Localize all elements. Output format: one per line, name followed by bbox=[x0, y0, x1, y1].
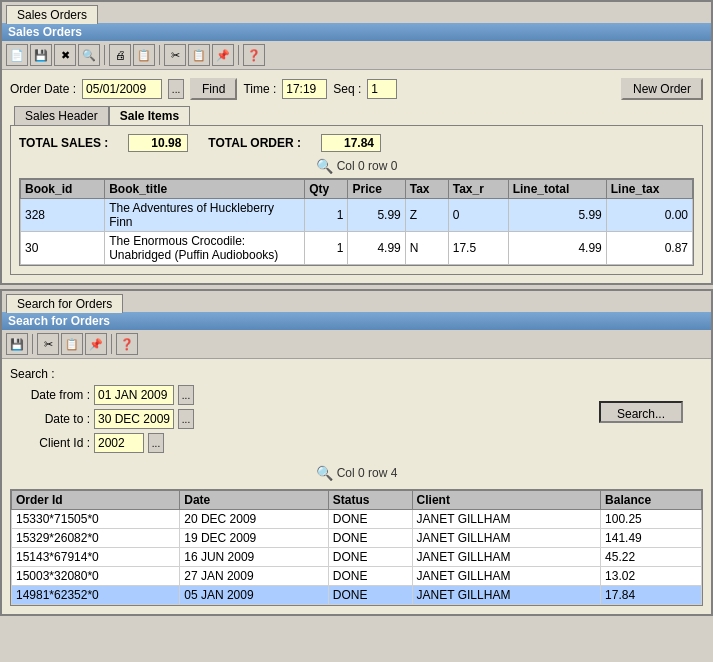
list-item[interactable]: 15330*71505*0 20 DEC 2009 DONE JANET GIL… bbox=[12, 510, 702, 529]
search-orders-toolbar: 💾 ✂ 📋 📌 ❓ bbox=[2, 330, 711, 359]
search-orders-panel-header: Search for Orders bbox=[2, 312, 711, 330]
toolbar-print-btn[interactable]: 🖨 bbox=[109, 44, 131, 66]
toolbar-save-btn[interactable]: 💾 bbox=[30, 44, 52, 66]
list-item[interactable]: 15329*26082*0 19 DEC 2009 DONE JANET GIL… bbox=[12, 529, 702, 548]
total-sales-value: 10.98 bbox=[128, 134, 188, 152]
col-line-tax: Line_tax bbox=[606, 180, 692, 199]
toolbar-paste-btn[interactable]: 📌 bbox=[212, 44, 234, 66]
cell-book-title: The Adventures of Huckleberry Finn bbox=[105, 199, 305, 232]
new-order-button[interactable]: New Order bbox=[621, 78, 703, 100]
sales-orders-body: Order Date : ... Find Time : Seq : New O… bbox=[2, 70, 711, 283]
inner-tab-bar: Sales Header Sale Items bbox=[10, 106, 703, 125]
cell-qty: 1 bbox=[305, 232, 348, 265]
tab-sales-header[interactable]: Sales Header bbox=[14, 106, 109, 125]
date-to-row: Date to : ... bbox=[20, 409, 579, 429]
total-order-value: 17.84 bbox=[321, 134, 381, 152]
cell-date: 19 DEC 2009 bbox=[180, 529, 329, 548]
toolbar-help-btn[interactable]: ❓ bbox=[243, 44, 265, 66]
cell-order-id: 15143*67914*0 bbox=[12, 548, 180, 567]
cell-line-total: 4.99 bbox=[508, 232, 606, 265]
cell-order-id: 15329*26082*0 bbox=[12, 529, 180, 548]
toolbar-new-btn[interactable]: 📄 bbox=[6, 44, 28, 66]
table-row[interactable]: 328 The Adventures of Huckleberry Finn 1… bbox=[21, 199, 693, 232]
cell-client: JANET GILLHAM bbox=[412, 586, 600, 605]
search-toolbar-help-btn[interactable]: ❓ bbox=[116, 333, 138, 355]
cell-tax-r: 0 bbox=[448, 199, 508, 232]
order-date-input[interactable] bbox=[82, 79, 162, 99]
time-input[interactable] bbox=[282, 79, 327, 99]
search-toolbar-sep bbox=[32, 334, 33, 354]
search-orders-window: Search for Orders Search for Orders 💾 ✂ … bbox=[0, 289, 713, 616]
toolbar-search-btn[interactable]: 🔍 bbox=[78, 44, 100, 66]
cell-status: DONE bbox=[328, 586, 412, 605]
date-from-browse-btn[interactable]: ... bbox=[178, 385, 194, 405]
tab-sale-items[interactable]: Sale Items bbox=[109, 106, 190, 125]
cell-status: DONE bbox=[328, 529, 412, 548]
search-toolbar-cut-btn[interactable]: ✂ bbox=[37, 333, 59, 355]
cell-client: JANET GILLHAM bbox=[412, 529, 600, 548]
cell-order-id: 14981*62352*0 bbox=[12, 586, 180, 605]
search-orders-body: Search : Date from : ... Date to : ... C… bbox=[2, 359, 711, 614]
cell-client: JANET GILLHAM bbox=[412, 567, 600, 586]
order-form-row: Order Date : ... Find Time : Seq : New O… bbox=[10, 78, 703, 100]
table-row[interactable]: 30 The Enormous Crocodile: Unabridged (P… bbox=[21, 232, 693, 265]
cell-status: DONE bbox=[328, 567, 412, 586]
cell-client: JANET GILLHAM bbox=[412, 510, 600, 529]
cell-date: 27 JAN 2009 bbox=[180, 567, 329, 586]
client-id-browse-btn[interactable]: ... bbox=[148, 433, 164, 453]
col-qty: Qty bbox=[305, 180, 348, 199]
search-toolbar-save-btn[interactable]: 💾 bbox=[6, 333, 28, 355]
search-form-container: Search : Date from : ... Date to : ... C… bbox=[10, 367, 579, 457]
search-toolbar-copy-btn[interactable]: 📋 bbox=[61, 333, 83, 355]
sale-items-tab-content: TOTAL SALES : 10.98 TOTAL ORDER : 17.84 … bbox=[10, 125, 703, 275]
toolbar-separator-2 bbox=[159, 45, 160, 65]
client-id-row: Client Id : ... bbox=[20, 433, 579, 453]
toolbar-separator-1 bbox=[104, 45, 105, 65]
date-from-input[interactable] bbox=[94, 385, 174, 405]
toolbar-cut-btn[interactable]: ✂ bbox=[164, 44, 186, 66]
order-date-label: Order Date : bbox=[10, 82, 76, 96]
list-item[interactable]: 15143*67914*0 16 JUN 2009 DONE JANET GIL… bbox=[12, 548, 702, 567]
sales-orders-window-tab[interactable]: Sales Orders bbox=[6, 5, 98, 24]
toolbar-separator-3 bbox=[238, 45, 239, 65]
search-button[interactable]: Search... bbox=[599, 401, 683, 423]
search-magnifier-icon: 🔍 bbox=[316, 465, 333, 481]
client-id-input[interactable] bbox=[94, 433, 144, 453]
grid-info-text: Col 0 row 0 bbox=[337, 159, 398, 173]
cell-balance: 100.25 bbox=[601, 510, 702, 529]
col-date: Date bbox=[180, 491, 329, 510]
toolbar-copy-btn[interactable]: 📋 bbox=[188, 44, 210, 66]
cell-date: 16 JUN 2009 bbox=[180, 548, 329, 567]
date-to-browse-btn[interactable]: ... bbox=[178, 409, 194, 429]
cell-book-title: The Enormous Crocodile: Unabridged (Puff… bbox=[105, 232, 305, 265]
cell-status: DONE bbox=[328, 510, 412, 529]
seq-input[interactable] bbox=[367, 79, 397, 99]
search-form: Date from : ... Date to : ... Client Id … bbox=[20, 385, 579, 453]
col-line-total: Line_total bbox=[508, 180, 606, 199]
date-to-input[interactable] bbox=[94, 409, 174, 429]
list-item[interactable]: 14981*62352*0 05 JAN 2009 DONE JANET GIL… bbox=[12, 586, 702, 605]
cell-tax: Z bbox=[405, 199, 448, 232]
cell-order-id: 15330*71505*0 bbox=[12, 510, 180, 529]
cell-status: DONE bbox=[328, 548, 412, 567]
search-orders-tab-bar: Search for Orders bbox=[2, 291, 711, 312]
search-grid-info-row: 🔍 Col 0 row 4 bbox=[10, 465, 703, 481]
sales-orders-panel-header: Sales Orders bbox=[2, 23, 711, 41]
col-balance: Balance bbox=[601, 491, 702, 510]
search-toolbar-paste-btn[interactable]: 📌 bbox=[85, 333, 107, 355]
find-button[interactable]: Find bbox=[190, 78, 237, 100]
col-tax-r: Tax_r bbox=[448, 180, 508, 199]
col-client: Client bbox=[412, 491, 600, 510]
search-orders-window-tab[interactable]: Search for Orders bbox=[6, 294, 123, 313]
cell-price: 4.99 bbox=[348, 232, 405, 265]
list-item[interactable]: 15003*32080*0 27 JAN 2009 DONE JANET GIL… bbox=[12, 567, 702, 586]
toolbar-delete-btn[interactable]: ✖ bbox=[54, 44, 76, 66]
cell-balance: 141.49 bbox=[601, 529, 702, 548]
cell-book-id: 328 bbox=[21, 199, 105, 232]
cell-balance: 17.84 bbox=[601, 586, 702, 605]
order-date-browse-btn[interactable]: ... bbox=[168, 79, 184, 99]
search-btn-area: Search... bbox=[599, 367, 703, 457]
cell-tax: N bbox=[405, 232, 448, 265]
toolbar-preview-btn[interactable]: 📋 bbox=[133, 44, 155, 66]
total-order-label: TOTAL ORDER : bbox=[208, 136, 301, 150]
